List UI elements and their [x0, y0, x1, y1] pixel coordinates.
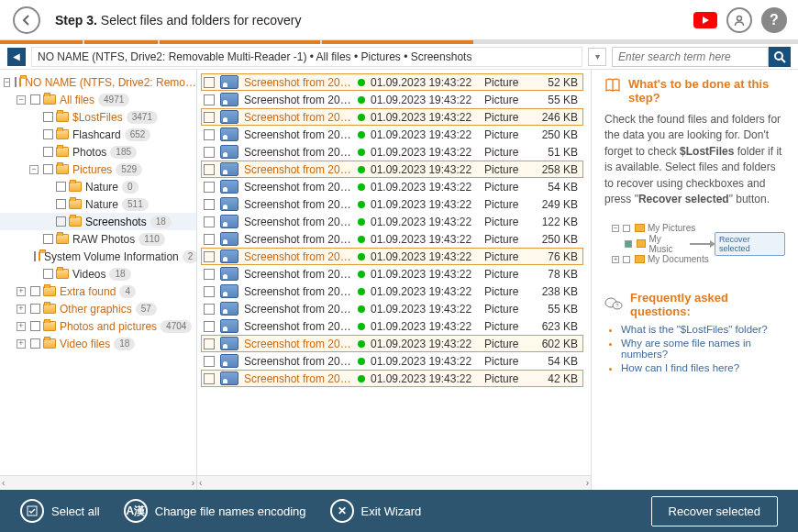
file-row[interactable]: Screenshot from 20…01.09.2023 19:43:22Pi…: [201, 195, 583, 213]
tree-item[interactable]: −Pictures529: [0, 161, 196, 178]
breadcrumb-dropdown-icon[interactable]: ▾: [588, 48, 606, 66]
faq-link[interactable]: What is the "$LostFiles" folder?: [621, 324, 785, 335]
tree-item[interactable]: Videos18: [0, 265, 196, 283]
checkbox[interactable]: [204, 182, 215, 193]
checkbox[interactable]: [43, 164, 53, 174]
search-button[interactable]: [769, 47, 791, 67]
file-row[interactable]: Screenshot from 20…01.09.2023 19:43:22Pi…: [201, 108, 583, 126]
encoding-button[interactable]: A漢 Change file names encoding: [124, 499, 306, 523]
checkbox[interactable]: [204, 77, 215, 88]
tree-item[interactable]: +Extra found4: [0, 283, 196, 300]
faq-link[interactable]: Why are some file names in numbers?: [621, 338, 785, 360]
file-row[interactable]: Screenshot from 20…01.09.2023 19:43:22Pi…: [201, 370, 583, 387]
checkbox[interactable]: [43, 147, 53, 157]
tree-item[interactable]: RAW Photos110: [0, 230, 196, 248]
checkbox[interactable]: [43, 269, 53, 279]
file-row[interactable]: Screenshot from 20…01.09.2023 19:43:22Pi…: [201, 265, 583, 283]
picture-icon: [220, 302, 238, 316]
expand-icon[interactable]: −: [17, 95, 26, 105]
file-row[interactable]: Screenshot from 20…01.09.2023 19:43:22Pi…: [201, 283, 583, 300]
checkbox[interactable]: [204, 216, 215, 227]
checkbox[interactable]: [30, 286, 40, 296]
checkbox[interactable]: [204, 112, 215, 123]
back-button[interactable]: [13, 6, 40, 34]
checkbox[interactable]: [30, 321, 40, 331]
account-button[interactable]: [726, 7, 752, 33]
checkbox[interactable]: [15, 77, 17, 87]
faq-title: Frequently asked questions:: [630, 291, 785, 318]
file-row[interactable]: Screenshot from 20…01.09.2023 19:43:22Pi…: [201, 300, 583, 317]
tree-item[interactable]: Screenshots18: [0, 213, 196, 230]
expand-icon[interactable]: +: [17, 322, 26, 331]
checkbox[interactable]: [204, 147, 215, 158]
youtube-icon[interactable]: [693, 12, 717, 28]
exit-wizard-button[interactable]: ✕ Exit Wizard: [330, 499, 422, 523]
checkbox[interactable]: [204, 164, 215, 175]
tree-item[interactable]: −All files4971: [0, 91, 196, 108]
file-row[interactable]: Screenshot from 20…01.09.2023 19:43:22Pi…: [201, 213, 583, 230]
expand-icon[interactable]: +: [17, 339, 26, 349]
checkbox[interactable]: [204, 199, 215, 210]
search-input[interactable]: [612, 47, 769, 67]
checkbox[interactable]: [30, 338, 40, 349]
file-type: Picture: [484, 198, 538, 211]
checkbox[interactable]: [56, 199, 66, 209]
file-row[interactable]: Screenshot from 20…01.09.2023 19:43:22Pi…: [201, 317, 583, 335]
tree-item[interactable]: $LostFiles3471: [0, 108, 196, 126]
file-row[interactable]: Screenshot from 20…01.09.2023 19:43:22Pi…: [201, 335, 583, 352]
checkbox[interactable]: [204, 129, 215, 140]
file-name: Screenshot from 20…: [244, 268, 352, 281]
checkbox[interactable]: [43, 129, 53, 139]
tree-item[interactable]: +Photos and pictures4704: [0, 317, 196, 335]
file-row[interactable]: Screenshot from 20…01.09.2023 19:43:22Pi…: [201, 126, 583, 143]
checkbox[interactable]: [204, 269, 215, 280]
tree-item[interactable]: +Other graphics57: [0, 300, 196, 317]
file-row[interactable]: Screenshot from 20…01.09.2023 19:43:22Pi…: [201, 73, 583, 91]
checkbox[interactable]: [204, 338, 215, 349]
checkbox[interactable]: [204, 373, 215, 384]
checkbox[interactable]: [204, 304, 215, 315]
file-scrollbar[interactable]: ‹›: [197, 475, 591, 490]
tree-scrollbar[interactable]: ‹›: [0, 475, 196, 490]
tree-item[interactable]: Flashcard652: [0, 126, 196, 143]
expand-icon[interactable]: +: [17, 305, 26, 314]
help-button[interactable]: ?: [761, 7, 787, 33]
picture-icon: [220, 267, 238, 281]
file-row[interactable]: Screenshot from 20…01.09.2023 19:43:22Pi…: [201, 161, 583, 178]
checkbox[interactable]: [204, 234, 215, 245]
file-row[interactable]: Screenshot from 20…01.09.2023 19:43:22Pi…: [201, 352, 583, 370]
file-row[interactable]: Screenshot from 20…01.09.2023 19:43:22Pi…: [201, 178, 583, 195]
checkbox[interactable]: [56, 216, 66, 227]
picture-icon: [220, 284, 238, 298]
tree-root[interactable]: − NO NAME (NTFS, Drive2: Remo…: [0, 73, 196, 91]
tree-item[interactable]: Nature511: [0, 195, 196, 213]
file-row[interactable]: Screenshot from 20…01.09.2023 19:43:22Pi…: [201, 230, 583, 248]
file-row[interactable]: Screenshot from 20…01.09.2023 19:43:22Pi…: [201, 248, 583, 265]
checkbox[interactable]: [34, 251, 36, 261]
recover-selected-button[interactable]: Recover selected: [651, 496, 778, 526]
select-all-button[interactable]: Select all: [20, 499, 100, 523]
checkbox[interactable]: [30, 94, 40, 105]
tree-item[interactable]: Photos185: [0, 143, 196, 161]
tree-item[interactable]: System Volume Information2: [0, 248, 196, 265]
checkbox[interactable]: [43, 112, 53, 122]
file-size: 250 KB: [538, 128, 578, 141]
tree-item[interactable]: Nature0: [0, 178, 196, 195]
collapse-icon[interactable]: −: [4, 78, 10, 87]
faq-link[interactable]: How can I find files here?: [621, 362, 785, 373]
checkbox[interactable]: [43, 234, 53, 244]
file-row[interactable]: Screenshot from 20…01.09.2023 19:43:22Pi…: [201, 143, 583, 161]
expand-icon[interactable]: −: [29, 165, 39, 174]
tree-item[interactable]: +Video files18: [0, 335, 196, 352]
breadcrumb[interactable]: NO NAME (NTFS, Drive2: Removable Multi-R…: [31, 47, 582, 67]
checkbox[interactable]: [56, 182, 66, 192]
nav-back-icon[interactable]: ◀: [7, 48, 26, 66]
checkbox[interactable]: [204, 251, 215, 262]
checkbox[interactable]: [204, 321, 215, 332]
checkbox[interactable]: [204, 286, 215, 297]
expand-icon[interactable]: +: [17, 287, 26, 296]
checkbox[interactable]: [30, 304, 40, 314]
checkbox[interactable]: [204, 94, 215, 105]
checkbox[interactable]: [204, 356, 215, 367]
file-row[interactable]: Screenshot from 20…01.09.2023 19:43:22Pi…: [201, 91, 583, 108]
